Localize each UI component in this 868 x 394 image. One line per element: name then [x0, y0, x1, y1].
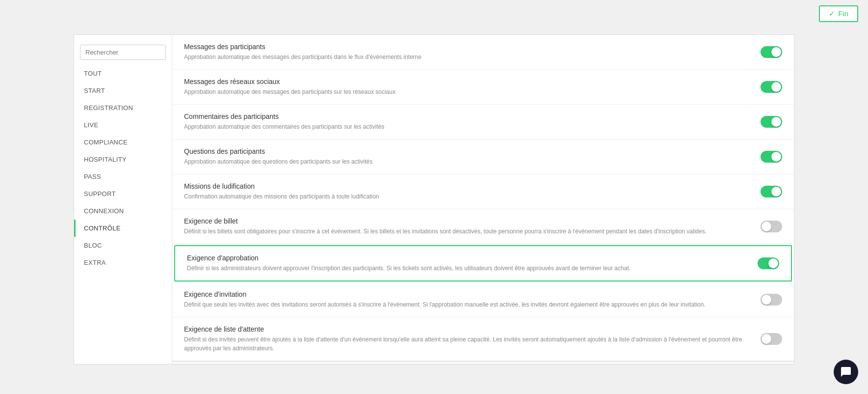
toggle-commentaires-participants[interactable]	[761, 116, 782, 128]
setting-row-commentaires-participants: Commentaires des participantsApprobation…	[172, 105, 794, 140]
sidebar-item-extra[interactable]: EXTRA	[74, 254, 172, 271]
toggle-missions-ludification[interactable]	[761, 186, 782, 197]
toggle-knob-messages-reseaux	[771, 82, 781, 92]
setting-row-exigence-billet: Exigence de billetDéfinit si les billets…	[172, 209, 794, 244]
toggle-exigence-approbation[interactable]	[758, 257, 779, 269]
setting-desc-questions-participants: Approbation automatique des questions de…	[184, 157, 746, 166]
setting-title-exigence-liste-attente: Exigence de liste d'attente	[184, 325, 746, 333]
setting-title-messages-reseaux: Messages des réseaux sociaux	[184, 78, 746, 85]
toggle-knob-commentaires-participants	[771, 117, 781, 127]
setting-info-commentaires-participants: Commentaires des participantsApprobation…	[184, 113, 761, 131]
setting-info-messages-reseaux: Messages des réseaux sociauxApprobation …	[184, 78, 761, 96]
sidebar-item-start[interactable]: START	[74, 82, 172, 99]
horizontal-scrollbar[interactable]: ◀ ▶	[172, 361, 794, 364]
checkmark-icon: ✓	[829, 9, 835, 18]
setting-info-exigence-approbation: Exigence d'approbationDéfinir si les adm…	[187, 254, 758, 273]
toggle-exigence-billet[interactable]	[761, 221, 782, 232]
settings-list: Messages des participantsApprobation aut…	[172, 35, 794, 361]
sidebar-item-compliance[interactable]: COMPLIANCE	[74, 134, 172, 151]
setting-desc-exigence-liste-attente: Définit si des invités peuvent être ajou…	[184, 335, 746, 353]
setting-desc-exigence-approbation: Définir si les administrateurs doivent a…	[187, 264, 743, 273]
fin-button[interactable]: ✓ Fin	[819, 5, 858, 22]
setting-title-exigence-approbation: Exigence d'approbation	[187, 254, 743, 262]
sidebar-item-controle[interactable]: CONTRÔLE	[74, 220, 172, 237]
setting-info-messages-participants: Messages des participantsApprobation aut…	[184, 43, 761, 61]
toggle-exigence-invitation[interactable]	[761, 294, 782, 306]
sidebar-item-tout[interactable]: TOUT	[74, 65, 172, 82]
setting-title-exigence-billet: Exigence de billet	[184, 217, 746, 225]
sidebar-item-registration[interactable]: REGISTRATION	[74, 99, 172, 116]
setting-row-missions-ludification: Missions de ludificationConfirmation aut…	[172, 174, 794, 209]
setting-desc-messages-reseaux: Approbation automatique des messages des…	[184, 87, 746, 96]
setting-row-exigence-invitation: Exigence d'invitationDéfinit que seuls l…	[172, 282, 794, 317]
setting-desc-messages-participants: Approbation automatique des messages des…	[184, 53, 746, 61]
sidebar-item-support[interactable]: SUPPORT	[74, 185, 172, 202]
search-input[interactable]	[80, 45, 166, 60]
sidebar-item-bloc[interactable]: BLOC	[74, 237, 172, 254]
toggle-knob-exigence-approbation	[768, 258, 778, 268]
toggle-knob-exigence-billet	[762, 222, 771, 231]
toggle-exigence-liste-attente[interactable]	[761, 333, 782, 345]
sidebar-item-connexion[interactable]: CONNEXION	[74, 202, 172, 220]
setting-title-commentaires-participants: Commentaires des participants	[184, 113, 746, 120]
scroll-left-arrow[interactable]: ◀	[176, 363, 182, 365]
setting-title-messages-participants: Messages des participants	[184, 43, 746, 51]
toggle-messages-reseaux[interactable]	[761, 81, 782, 93]
toggle-knob-exigence-invitation	[762, 295, 771, 305]
setting-desc-exigence-invitation: Définit que seuls les invités avec des i…	[184, 300, 746, 309]
setting-info-exigence-billet: Exigence de billetDéfinit si les billets…	[184, 217, 761, 236]
setting-info-questions-participants: Questions des participantsApprobation au…	[184, 147, 761, 166]
chat-bubble[interactable]	[834, 360, 858, 384]
top-bar: ✓ Fin	[0, 0, 868, 27]
setting-title-missions-ludification: Missions de ludification	[184, 182, 746, 190]
sidebar-item-hospitality[interactable]: HOSPITALITY	[74, 151, 172, 168]
sidebar-item-live[interactable]: LIVE	[74, 116, 172, 134]
sidebar: TOUTSTARTREGISTRATIONLIVECOMPLIANCEHOSPI…	[74, 35, 172, 364]
setting-info-missions-ludification: Missions de ludificationConfirmation aut…	[184, 182, 761, 201]
setting-title-exigence-invitation: Exigence d'invitation	[184, 290, 746, 298]
toggle-knob-messages-participants	[771, 47, 781, 57]
toggle-questions-participants[interactable]	[761, 151, 782, 163]
toggle-messages-participants[interactable]	[761, 46, 782, 58]
setting-desc-commentaires-participants: Approbation automatique des commentaires…	[184, 122, 746, 131]
setting-desc-exigence-billet: Définit si les billets sont obligatoires…	[184, 227, 746, 236]
toggle-knob-missions-ludification	[771, 187, 781, 197]
content-area[interactable]: Messages des participantsApprobation aut…	[172, 35, 794, 364]
chat-icon	[840, 366, 852, 378]
setting-desc-missions-ludification: Confirmation automatique des missions de…	[184, 192, 746, 201]
search-container	[74, 40, 172, 65]
setting-row-questions-participants: Questions des participantsApprobation au…	[172, 140, 794, 174]
sidebar-item-pass[interactable]: PASS	[74, 168, 172, 185]
toggle-knob-questions-participants	[771, 152, 781, 162]
main-container: TOUTSTARTREGISTRATIONLIVECOMPLIANCEHOSPI…	[74, 34, 794, 365]
setting-row-exigence-liste-attente: Exigence de liste d'attenteDéfinit si de…	[172, 317, 794, 361]
setting-info-exigence-liste-attente: Exigence de liste d'attenteDéfinit si de…	[184, 325, 761, 353]
toggle-knob-exigence-liste-attente	[762, 334, 771, 344]
nav-list: TOUTSTARTREGISTRATIONLIVECOMPLIANCEHOSPI…	[74, 65, 172, 271]
setting-title-questions-participants: Questions des participants	[184, 147, 746, 155]
scroll-right-arrow[interactable]: ▶	[785, 363, 790, 365]
setting-row-messages-participants: Messages des participantsApprobation aut…	[172, 35, 794, 70]
setting-row-messages-reseaux: Messages des réseaux sociauxApprobation …	[172, 70, 794, 105]
fin-label: Fin	[838, 9, 848, 18]
setting-row-exigence-approbation: Exigence d'approbationDéfinir si les adm…	[174, 245, 792, 281]
setting-info-exigence-invitation: Exigence d'invitationDéfinit que seuls l…	[184, 290, 761, 309]
